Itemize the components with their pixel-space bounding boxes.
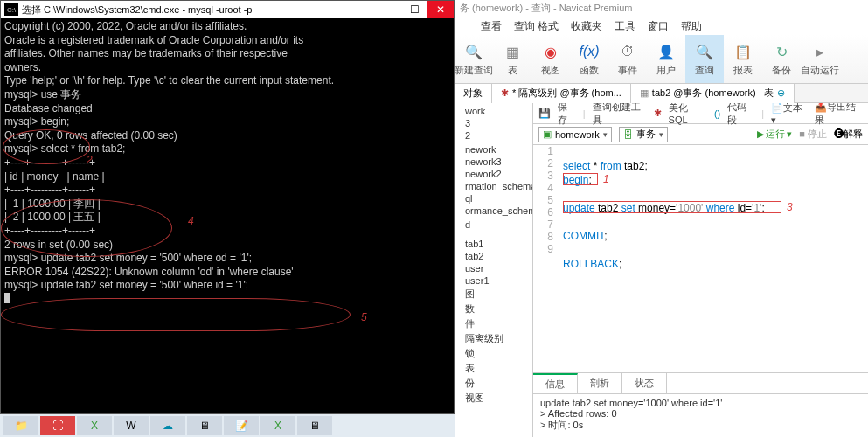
run-button[interactable]: ▶ 运行 ▾ bbox=[757, 128, 792, 141]
maximize-button[interactable]: ☐ bbox=[401, 1, 427, 18]
taskbar-icon[interactable]: 📁 bbox=[3, 416, 38, 435]
tree-item[interactable]: 件 bbox=[458, 316, 529, 331]
beautify-button[interactable]: 美化 SQL bbox=[669, 103, 707, 125]
msg-line: update tab2 set money='1000' where id='1… bbox=[540, 398, 861, 408]
query-builder-button[interactable]: 查询创建工具 bbox=[593, 103, 647, 127]
message-area: update tab2 set money='1000' where id='1… bbox=[533, 393, 868, 437]
tree-item[interactable]: 2 bbox=[458, 129, 529, 142]
tab-status[interactable]: 状态 bbox=[622, 373, 667, 394]
term-line: | 2 | 1000.00 | 王五 | bbox=[4, 211, 450, 225]
annotation-4: 4 bbox=[188, 215, 194, 229]
taskbar-icon[interactable]: W bbox=[114, 416, 149, 435]
msg-line: > 时间: 0s bbox=[540, 419, 861, 432]
tree-item[interactable]: 数 bbox=[458, 302, 529, 316]
ribbon-用户[interactable]: 👤用户 bbox=[647, 35, 685, 83]
term-line: +----+---------+------+ bbox=[4, 184, 450, 198]
term-line: | id | money | name | bbox=[4, 170, 450, 184]
menu-bar: 查看 查询 格式 收藏夹 工具 窗口 帮助 bbox=[455, 17, 868, 35]
tab-isolation[interactable]: ✱* 隔离级别 @事务 (hom... bbox=[492, 84, 631, 103]
tree-item[interactable]: 3 bbox=[458, 117, 529, 129]
text-button[interactable]: 📄文本 ▾ bbox=[771, 103, 808, 126]
tree-item[interactable]: nework3 bbox=[458, 156, 529, 168]
term-line: mysql> begin; bbox=[4, 115, 450, 129]
annotation-5: 5 bbox=[361, 311, 367, 325]
taskbar-icon[interactable]: 📝 bbox=[224, 416, 259, 435]
taskbar-icon[interactable]: 🖥 bbox=[297, 416, 332, 435]
taskbar-icon[interactable]: 🖥 bbox=[187, 416, 222, 435]
tree-item[interactable]: user bbox=[458, 262, 529, 274]
taskbar-icon[interactable]: ☁ bbox=[150, 416, 185, 435]
tree-item[interactable]: user1 bbox=[458, 274, 529, 287]
menu-item[interactable]: 工具 bbox=[615, 19, 635, 34]
terminal-title: 选择 C:\Windows\System32\cmd.exe - mysql -… bbox=[22, 3, 375, 17]
tree-item[interactable]: nework bbox=[458, 143, 529, 156]
tree-item[interactable]: 锁 bbox=[458, 346, 529, 361]
tab-bar: 对象 ✱* 隔离级别 @事务 (hom... ▦tab2 @事务 (homewo… bbox=[455, 84, 868, 103]
explain-button[interactable]: 🅔解释 bbox=[834, 128, 863, 141]
save-icon: 💾 bbox=[538, 108, 551, 119]
taskbar-icon[interactable]: ⛶ bbox=[40, 416, 75, 435]
bottom-tabs: 信息 剖析 状态 bbox=[533, 372, 868, 393]
taskbar-icon[interactable]: X bbox=[260, 416, 295, 435]
tree-item[interactable]: 视图 bbox=[458, 391, 529, 406]
term-line: Query OK, 0 rows affected (0.00 sec) bbox=[4, 129, 450, 143]
tree-item[interactable]: tab2 bbox=[458, 250, 529, 262]
ribbon-新建查询[interactable]: 🔍新建查询 bbox=[455, 35, 493, 83]
tree-item[interactable]: rmation_schema bbox=[458, 180, 529, 192]
menu-item[interactable]: 帮助 bbox=[681, 19, 702, 34]
tree-item[interactable]: 表 bbox=[458, 361, 529, 376]
navicat-title: 务 (homework) - 查询 - Navicat Premium bbox=[455, 0, 868, 17]
menu-item[interactable]: 窗口 bbox=[648, 19, 669, 34]
close-button[interactable]: ✕ bbox=[427, 1, 454, 18]
minimize-button[interactable]: — bbox=[375, 1, 401, 18]
stop-button[interactable]: ■ 停止 bbox=[799, 128, 827, 141]
db-combo[interactable]: ▣homework▾ bbox=[538, 127, 612, 142]
terminal-titlebar[interactable]: C:\ 选择 C:\Windows\System32\cmd.exe - mys… bbox=[1, 1, 454, 18]
snippet-button[interactable]: 代码段 bbox=[727, 103, 754, 127]
ribbon-函数[interactable]: f(x)函数 bbox=[570, 35, 608, 83]
tab-tab2[interactable]: ▦tab2 @事务 (homework) - 表⊕ bbox=[631, 84, 795, 103]
tree-item[interactable]: 隔离级别 bbox=[458, 331, 529, 346]
save-button[interactable]: 保存 bbox=[558, 103, 576, 127]
combo-row: ▣homework▾ 🗄事务▾ ▶ 运行 ▾ ■ 停止 🅔解释 bbox=[533, 124, 868, 145]
tree-item[interactable]: ql bbox=[458, 192, 529, 205]
term-line: Type 'help;' or '\h' for help. Type '\c'… bbox=[4, 74, 450, 88]
ribbon-视图[interactable]: ◉视图 bbox=[531, 35, 570, 83]
terminal-body[interactable]: Copyright (c) 2000, 2022, Oracle and/or … bbox=[1, 18, 454, 309]
db-tree[interactable]: work32neworknework3nework2rmation_schema… bbox=[455, 103, 533, 437]
term-line: Database changed bbox=[4, 102, 450, 116]
term-line: owners. bbox=[4, 61, 450, 75]
menu-item[interactable]: 查看 bbox=[481, 19, 502, 34]
tree-item[interactable]: tab1 bbox=[458, 238, 529, 250]
cmd-terminal-window[interactable]: C:\ 选择 C:\Windows\System32\cmd.exe - mys… bbox=[0, 0, 455, 414]
tab-info[interactable]: 信息 bbox=[533, 373, 578, 394]
tree-item[interactable]: work bbox=[458, 105, 529, 117]
ribbon-自动运行[interactable]: ▸自动运行 bbox=[801, 35, 839, 83]
sql-editor[interactable]: 123456789 select * from tab2; begin; upd… bbox=[533, 145, 868, 372]
term-line: +----+---------+------+ bbox=[4, 156, 450, 170]
editor-toolbar: 💾 保存 | 查询创建工具 ✱ 美化 SQL () 代码段 | 📄文本 ▾ 📤导… bbox=[533, 103, 868, 124]
ribbon-报表[interactable]: 📋报表 bbox=[724, 35, 762, 83]
ribbon-备份[interactable]: ↻备份 bbox=[762, 35, 801, 83]
tree-item[interactable]: 份 bbox=[458, 376, 529, 391]
menu-item[interactable]: 查询 格式 bbox=[514, 19, 559, 34]
schema-combo[interactable]: 🗄事务▾ bbox=[619, 127, 668, 142]
tree-item[interactable]: d bbox=[458, 218, 529, 231]
ribbon-事件[interactable]: ⏱事件 bbox=[608, 35, 647, 83]
ribbon-表[interactable]: ▦表 bbox=[493, 35, 531, 83]
ribbon-查询[interactable]: 🔍查询 bbox=[685, 35, 724, 83]
term-line: mysql> update tab2 set money = '500' whe… bbox=[4, 279, 450, 293]
msg-line: > Affected rows: 0 bbox=[540, 408, 861, 419]
tab-object[interactable]: 对象 bbox=[455, 84, 492, 103]
tree-item[interactable]: 图 bbox=[458, 287, 529, 302]
navicat-window: 务 (homework) - 查询 - Navicat Premium 查看 查… bbox=[455, 0, 868, 437]
term-line: mysql> select * from tab2; bbox=[4, 142, 450, 156]
menu-item[interactable]: 收藏夹 bbox=[571, 19, 602, 34]
export-button[interactable]: 📤导出结果 bbox=[815, 103, 863, 127]
tree-item[interactable]: ormance_schema bbox=[458, 205, 529, 217]
tab-profile[interactable]: 剖析 bbox=[578, 373, 622, 394]
taskbar-icon[interactable]: X bbox=[77, 416, 112, 435]
term-cursor-line bbox=[4, 293, 450, 308]
tree-item[interactable]: nework2 bbox=[458, 168, 529, 180]
beautify-icon: ✱ bbox=[654, 108, 662, 119]
